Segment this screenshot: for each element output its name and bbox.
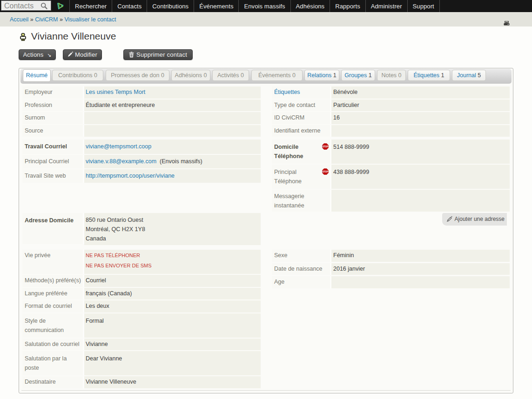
- svg-text:STOP: STOP: [323, 171, 328, 173]
- svg-text:STOP: STOP: [323, 146, 328, 148]
